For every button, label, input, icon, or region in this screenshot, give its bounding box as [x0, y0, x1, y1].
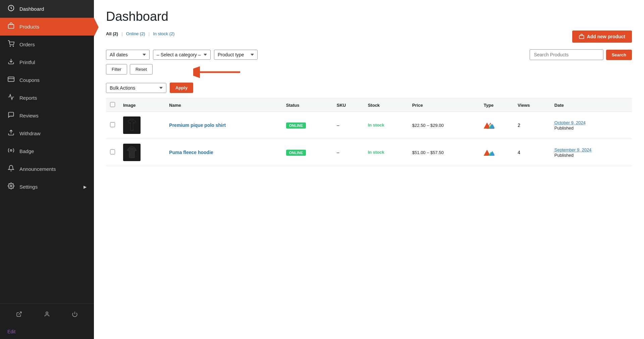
category-filter[interactable]: – Select a category –	[153, 50, 211, 60]
table-body: Premium pique polo shirt Online – In sto…	[106, 112, 632, 166]
row1-stock-cell: In stock	[364, 112, 408, 139]
svg-point-3	[13, 46, 14, 47]
sidebar-item-reviews[interactable]: Reviews	[0, 107, 94, 125]
row1-status-badge: Online	[286, 123, 306, 129]
row2-type-icon	[484, 148, 494, 156]
sidebar-item-announcements[interactable]: Announcements	[0, 160, 94, 178]
bulk-actions-select[interactable]: Bulk Actions	[106, 83, 166, 93]
products-table: Image Name Status SKU Stock Price Type V…	[106, 98, 632, 166]
svg-rect-1	[8, 25, 14, 29]
row2-date-cell: September 9, 2024 Published	[550, 139, 632, 166]
search-button[interactable]: Search	[606, 50, 632, 60]
sidebar-item-withdraw-label: Withdraw	[19, 131, 41, 136]
filter-bar: All dates – Select a category – Product …	[106, 49, 632, 60]
sidebar-item-badge[interactable]: Badge	[0, 142, 94, 160]
row2-price: $51.00 – $57.50	[412, 150, 444, 155]
products-icon	[7, 22, 15, 31]
row1-views: 2	[518, 123, 520, 128]
filter-tab-instock[interactable]: In stock (2)	[153, 31, 178, 36]
add-product-button[interactable]: Add new product	[572, 31, 632, 43]
content-area: All (2) Online (2) In stock (2) Add new …	[94, 31, 644, 178]
th-price: Price	[408, 99, 480, 112]
external-link-icon[interactable]	[14, 309, 24, 321]
main-content: Dashboard All (2) Online (2) In stock (2…	[94, 0, 644, 339]
apply-button[interactable]: Apply	[170, 83, 193, 93]
row1-type-icon	[484, 120, 494, 129]
th-stock: Stock	[364, 99, 408, 112]
sidebar-edit-link[interactable]: Edit	[0, 326, 94, 339]
active-arrow	[94, 18, 99, 37]
row1-views-cell: 2	[514, 112, 550, 139]
row1-type-cell	[480, 112, 514, 139]
row1-sku: –	[337, 123, 339, 128]
sidebar-item-printful[interactable]: Printful	[0, 53, 94, 71]
hoodie-svg	[125, 146, 139, 159]
sidebar-item-withdraw[interactable]: Withdraw	[0, 125, 94, 142]
sidebar-item-products[interactable]: Products	[0, 18, 94, 36]
search-area: Search	[530, 49, 632, 60]
row2-status-cell: Online	[282, 139, 333, 166]
filter-row2: Filter Reset	[106, 64, 632, 75]
th-views: Views	[514, 99, 550, 112]
sidebar-item-badge-label: Badge	[19, 148, 34, 154]
row2-sku: –	[337, 150, 339, 155]
dashboard-icon	[7, 5, 15, 13]
announcements-icon	[7, 165, 15, 173]
filter-button[interactable]: Filter	[106, 64, 127, 75]
svg-rect-13	[579, 36, 584, 39]
sidebar-nav: Dashboard Products Orders Printful	[0, 0, 94, 303]
search-input[interactable]	[530, 49, 603, 60]
reset-button[interactable]: Reset	[130, 64, 153, 75]
sidebar-item-coupons[interactable]: Coupons	[0, 71, 94, 89]
badge-icon	[7, 147, 15, 155]
row2-type-cell	[480, 139, 514, 166]
row2-checkbox-cell	[106, 139, 119, 166]
table-header: Image Name Status SKU Stock Price Type V…	[106, 99, 632, 112]
settings-arrow-icon: ▶	[84, 185, 87, 189]
dates-filter[interactable]: All dates	[106, 50, 150, 60]
row2-views: 4	[518, 150, 520, 155]
row1-stock: In stock	[368, 123, 404, 128]
sidebar-item-settings-label: Settings	[19, 184, 38, 190]
page-title: Dashboard	[106, 9, 632, 24]
sidebar-item-settings[interactable]: Settings ▶	[0, 178, 94, 196]
top-action-bar: All (2) Online (2) In stock (2) Add new …	[106, 31, 632, 43]
filter-tab-online[interactable]: Online (2)	[126, 31, 153, 36]
row2-name-cell: Puma fleece hoodie	[165, 139, 282, 166]
row2-sku-cell: –	[333, 139, 364, 166]
row1-sku-cell: –	[333, 112, 364, 139]
row1-date[interactable]: October 9, 2024	[554, 120, 586, 125]
row1-product-name[interactable]: Premium pique polo shirt	[169, 123, 226, 128]
filter-tabs: All (2) Online (2) In stock (2)	[106, 31, 178, 36]
filter-tab-all[interactable]: All (2)	[106, 31, 126, 36]
row1-price-cell: $22.50 – $29.00	[408, 112, 480, 139]
power-icon[interactable]	[70, 309, 80, 321]
th-sku: SKU	[333, 99, 364, 112]
sidebar-item-orders[interactable]: Orders	[0, 36, 94, 53]
select-all-checkbox[interactable]	[110, 102, 115, 107]
sidebar: Dashboard Products Orders Printful	[0, 0, 94, 339]
svg-point-11	[46, 312, 48, 314]
row2-date[interactable]: September 9, 2024	[554, 147, 592, 152]
add-product-label: Add new product	[587, 34, 625, 39]
reports-icon	[7, 94, 15, 102]
row2-checkbox[interactable]	[110, 149, 115, 154]
user-icon[interactable]	[42, 309, 52, 321]
row2-views-cell: 4	[514, 139, 550, 166]
row1-status-cell: Online	[282, 112, 333, 139]
coupons-icon	[7, 76, 15, 84]
sidebar-item-reports[interactable]: Reports	[0, 89, 94, 107]
sidebar-item-announcements-label: Announcements	[19, 166, 56, 172]
row2-product-name[interactable]: Puma fleece hoodie	[169, 150, 213, 155]
sidebar-item-dashboard[interactable]: Dashboard	[0, 0, 94, 18]
reviews-icon	[7, 111, 15, 120]
product-type-filter[interactable]: Product type	[214, 50, 258, 60]
row1-checkbox[interactable]	[110, 122, 115, 127]
sidebar-item-dashboard-label: Dashboard	[19, 6, 44, 12]
th-name: Name	[165, 99, 282, 112]
sidebar-bottom	[0, 303, 94, 326]
settings-icon	[7, 183, 15, 191]
th-checkbox	[106, 99, 119, 112]
svg-point-2	[10, 46, 11, 47]
row1-date-cell: October 9, 2024 Published	[550, 112, 632, 139]
